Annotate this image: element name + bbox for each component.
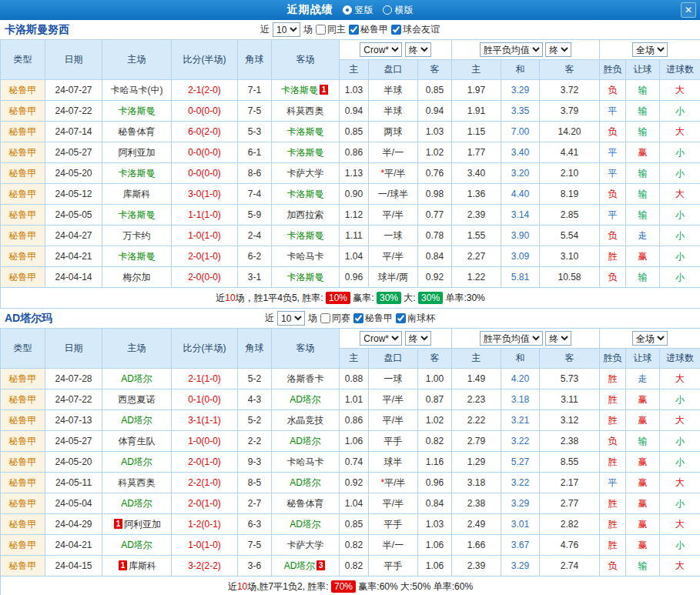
handicap-line-label: 一/球半 [378,189,408,199]
handicap-line-label: 平手 [384,436,403,446]
handicap-line: *平/半 [369,473,418,493]
match-row: 秘鲁甲24-04-21AD塔尔1-0(1-0)7-5卡萨大学0.82半/一1.0… [1,535,700,556]
scope-select[interactable]: 全场 [632,42,668,57]
europe-company-select[interactable]: 胜平负均值 [480,42,543,57]
filter-option[interactable]: 同赛 [320,312,350,325]
handicap-line-label: 半球 [384,105,403,116]
red-card-badge: 1 [320,85,328,95]
asia-odds-controls: Crow* 终 [340,329,452,349]
euro-draw-odds: 3.35 [501,101,540,122]
handicap-result-cell: 赢 [626,246,660,267]
euro-away-odds: 3.79 [540,101,600,122]
europe-final-select[interactable]: 终 [545,42,571,57]
handicap-line: 半/一 [369,535,418,556]
europe-company-select[interactable]: 胜平负均值 [480,331,543,346]
date-cell: 24-05-05 [45,205,102,226]
filter-option[interactable]: 南球杯 [396,312,435,325]
rows-body: 秘鲁甲24-07-27卡哈马卡(中)2-1(2-0)7-1卡洛斯曼11.03半球… [1,80,700,288]
match-row: 秘鲁甲24-07-28AD塔尔2-1(1-0)5-2洛斯香卡0.88一球1.00… [1,369,700,389]
filter-option[interactable]: 秘鲁甲 [353,312,393,325]
handicap-line: 半/一 [369,142,418,163]
result-cell: 负 [600,556,626,577]
asia-home-odds: 0.74 [340,452,369,473]
filter-checkbox[interactable] [391,25,401,35]
team-label: 卡哈马卡(中) [111,85,163,95]
team-label: 卡洛斯曼 [287,230,324,241]
corner-cell: 8-5 [238,473,272,493]
summary-row: 近10场,胜7平1负2, 胜率: 70% 赢率:60% 大:50% 单率:60% [1,577,700,595]
euro-home-odds: 2.39 [452,556,501,577]
recent-count-select[interactable]: 10 [273,22,300,37]
result-cell: 胜 [600,514,626,535]
match-row: 秘鲁甲24-07-14秘鲁体育6-0(2-0)5-3卡洛斯曼0.85两球1.03… [1,122,700,142]
euro-home-odds: 2.23 [452,389,501,410]
filter-checkbox[interactable] [396,313,406,323]
euro-draw-odds: 3.14 [501,205,540,226]
team-label: 卡洛斯曼 [281,85,318,95]
league-cell: 秘鲁甲 [1,163,45,184]
scope-select[interactable]: 全场 [632,331,668,346]
goals-result-cell: 小 [660,205,700,226]
close-icon[interactable]: ✕ [681,2,696,18]
goals-result-cell: 大 [660,369,700,389]
team-label: 阿利亚加 [119,147,156,158]
asia-away-odds: 0.77 [418,205,452,226]
radio-horizontal[interactable]: 横版 [383,4,414,17]
corner-cell: 8-6 [238,163,272,184]
result-cell: 胜 [600,369,626,389]
handicap-line: 一球 [369,226,418,246]
sub-col-header: 客 [540,60,600,80]
handicap-result-cell: 输 [626,556,660,577]
euro-home-odds: 1.77 [452,142,501,163]
asia-final-select[interactable]: 终 [405,42,431,57]
sub-col-header: 客 [418,349,452,369]
recent-count-select[interactable]: 10 [277,311,305,326]
filter-checkbox[interactable] [349,25,359,35]
radio-vertical[interactable]: 竖版 [343,4,373,17]
handicap-line: *平/半 [369,163,418,184]
handicap-result-cell: 输 [626,267,660,288]
home-team-cell: 卡哈马卡(中) [102,80,172,101]
result-cell: 胜 [600,535,626,556]
handicap-line: 半球 [369,101,418,122]
radio-vertical-icon[interactable] [343,5,352,15]
euro-away-odds: 2.38 [540,431,600,452]
match-row: 秘鲁甲24-05-12库斯科3-0(1-0)7-4卡洛斯曼0.90一/球半0.9… [1,184,700,205]
goals-result-cell: 小 [660,267,700,288]
filter-option[interactable]: 同主 [316,23,346,36]
filter-option[interactable]: 秘鲁甲 [349,23,388,36]
filter-option-label: 南球杯 [407,312,435,325]
league-cell: 秘鲁甲 [1,142,45,163]
europe-final-select[interactable]: 终 [545,331,571,346]
handicap-line: 平手 [369,514,418,535]
score-cell: 2-2(1-0) [172,473,238,493]
result-cell: 负 [600,226,626,246]
asia-company-select[interactable]: Crow* [360,42,402,57]
score-cell: 0-0(0-0) [172,101,238,122]
filter-checkbox[interactable] [320,313,330,323]
euro-away-odds: 4.76 [540,535,600,556]
away-team-cell: 卡洛斯曼1 [272,80,340,101]
date-cell: 24-05-12 [45,184,102,205]
filter-checkbox[interactable] [316,25,326,35]
euro-draw-odds: 7.00 [501,122,540,142]
radio-horizontal-icon[interactable] [383,5,392,15]
asia-away-odds: 0.98 [418,184,452,205]
filter-checkbox[interactable] [353,313,363,323]
euro-home-odds: 1.36 [452,184,501,205]
filter-option[interactable]: 球会友谊 [391,23,440,36]
away-team-cell: 卡哈马卡 [272,246,340,267]
date-cell: 24-04-21 [45,535,102,556]
date-cell: 24-07-13 [45,410,102,431]
asia-final-select[interactable]: 终 [405,331,431,346]
scope-controls: 全场 [600,329,700,349]
goals-result-cell: 大 [660,514,700,535]
handicap-line-label: 平手 [384,560,403,571]
team-label: 卡洛斯曼 [287,126,324,137]
handicap-line-label: 平/半 [384,168,405,179]
handicap-result-cell: 赢 [626,473,660,493]
team-label: 库斯科 [129,560,156,571]
games-label: 场 [303,23,313,36]
corner-cell: 6-3 [238,514,272,535]
asia-company-select[interactable]: Crow* [360,331,402,346]
